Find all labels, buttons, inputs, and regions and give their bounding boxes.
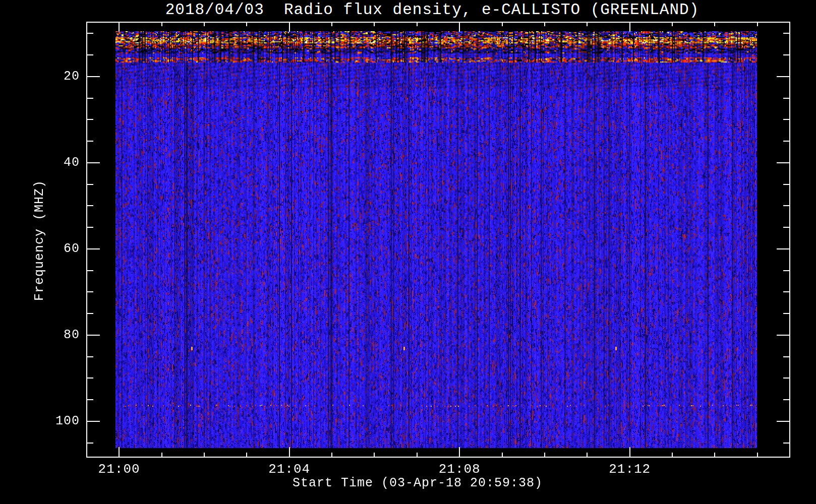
y-tick-label: 100	[19, 414, 80, 428]
y-axis-title: Frequency (MHZ)	[32, 180, 47, 301]
axes-frame	[0, 0, 816, 504]
y-tick-label: 60	[19, 241, 80, 256]
y-tick-label: 40	[19, 155, 80, 170]
spectrogram-figure: 2018/04/03 Radio flux density, e-CALLIST…	[0, 0, 816, 504]
x-axis-title: Start Time (03-Apr-18 20:59:38)	[0, 476, 816, 490]
x-tick-label: 21:12	[590, 462, 670, 477]
x-tick-label: 21:04	[249, 462, 330, 477]
x-tick-label: 21:00	[79, 462, 159, 477]
y-tick-label: 80	[19, 328, 80, 342]
x-tick-label: 21:08	[419, 462, 500, 477]
y-tick-label: 20	[19, 69, 80, 84]
